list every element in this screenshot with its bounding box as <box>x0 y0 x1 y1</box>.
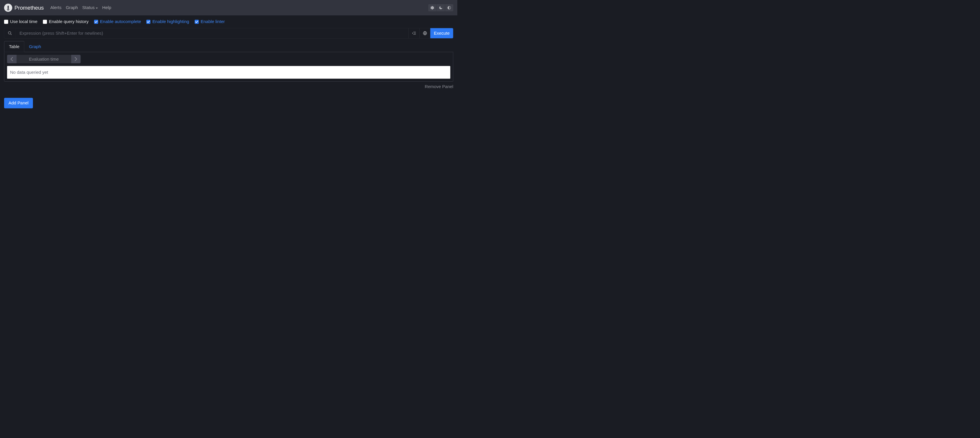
nav-right-icons <box>428 4 453 11</box>
enable-highlighting-option[interactable]: Enable highlighting <box>146 19 189 24</box>
main-content: Use local time Enable query history Enab… <box>0 16 457 112</box>
globe-icon <box>423 31 427 36</box>
nav-help[interactable]: Help <box>102 5 111 10</box>
query-result-message: No data queried yet <box>7 66 450 78</box>
search-icon <box>8 31 12 35</box>
brand[interactable]: Prometheus <box>4 3 44 12</box>
chevron-left-icon <box>10 57 13 62</box>
contrast-icon <box>447 6 451 10</box>
theme-toggle-button[interactable] <box>445 4 453 11</box>
enable-query-history-label: Enable query history <box>49 19 89 24</box>
enable-query-history-checkbox[interactable] <box>43 19 47 24</box>
evaluation-time-input[interactable] <box>17 55 71 63</box>
enable-linter-label: Enable linter <box>200 19 225 24</box>
gear-icon <box>430 6 434 10</box>
nav-alerts[interactable]: Alerts <box>51 5 62 10</box>
svg-point-0 <box>8 32 11 34</box>
enable-autocomplete-label: Enable autocomplete <box>100 19 141 24</box>
use-local-time-checkbox[interactable] <box>4 19 8 24</box>
panel-body: No data queried yet <box>4 52 453 82</box>
eval-time-next-button[interactable] <box>71 55 81 63</box>
prometheus-logo-icon <box>4 3 12 12</box>
nav-status[interactable]: Status <box>82 5 98 10</box>
enable-highlighting-checkbox[interactable] <box>146 19 151 24</box>
add-panel-button[interactable]: Add Panel <box>4 98 33 108</box>
use-local-time-option[interactable]: Use local time <box>4 19 37 24</box>
enable-linter-option[interactable]: Enable linter <box>194 19 225 24</box>
tab-table[interactable]: Table <box>4 41 24 52</box>
enable-query-history-option[interactable]: Enable query history <box>43 19 89 24</box>
evaluation-time-group <box>7 55 81 63</box>
eval-time-prev-button[interactable] <box>7 55 16 63</box>
brand-text: Prometheus <box>14 5 44 11</box>
chevron-down-icon <box>95 8 98 9</box>
enable-highlighting-label: Enable highlighting <box>152 19 189 24</box>
expression-input[interactable] <box>16 28 409 38</box>
result-tabs: Table Graph <box>4 41 453 52</box>
execute-button[interactable]: Execute <box>430 28 453 38</box>
svg-line-1 <box>11 34 12 35</box>
use-local-time-label: Use local time <box>10 19 38 24</box>
remove-panel-link[interactable]: Remove Panel <box>4 84 453 89</box>
expression-history-button[interactable] <box>419 28 430 38</box>
metrics-explorer-button[interactable] <box>4 28 16 38</box>
expression-bar: Execute <box>4 28 453 38</box>
indent-icon <box>412 31 417 36</box>
enable-linter-checkbox[interactable] <box>194 19 199 24</box>
nav-status-label: Status <box>82 5 94 10</box>
nav-graph[interactable]: Graph <box>66 5 78 10</box>
tab-graph[interactable]: Graph <box>24 41 46 52</box>
format-expression-button[interactable] <box>409 28 419 38</box>
chevron-right-icon <box>75 57 77 62</box>
enable-autocomplete-option[interactable]: Enable autocomplete <box>94 19 141 24</box>
query-options-row: Use local time Enable query history Enab… <box>4 19 453 24</box>
dark-mode-button[interactable] <box>437 4 445 11</box>
top-navbar: Prometheus Alerts Graph Status Help <box>0 0 457 16</box>
enable-autocomplete-checkbox[interactable] <box>94 19 98 24</box>
settings-button[interactable] <box>428 4 436 11</box>
nav-links: Alerts Graph Status Help <box>51 5 111 10</box>
moon-icon <box>439 6 443 10</box>
